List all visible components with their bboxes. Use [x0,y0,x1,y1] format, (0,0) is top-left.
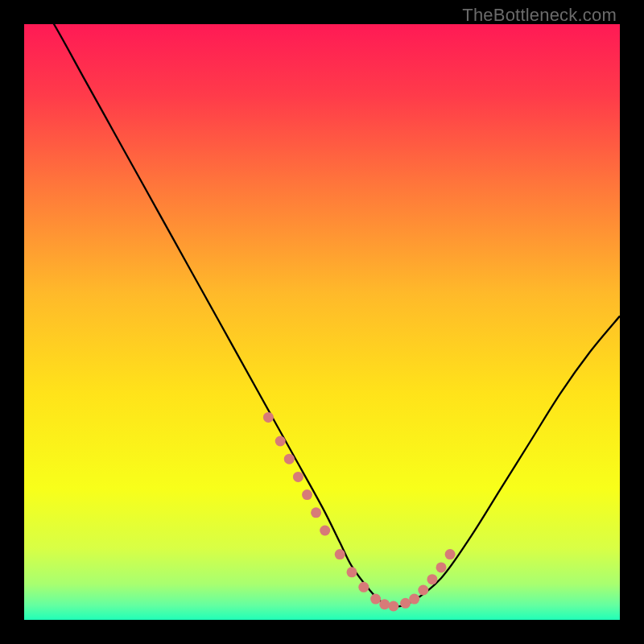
marker-dot [400,598,411,609]
bottleneck-curve [24,24,620,607]
marker-dot [388,601,398,611]
marker-dot [409,594,419,605]
marker-dot [427,574,437,584]
marker-dot [302,489,312,500]
marker-dot [311,507,321,518]
marker-dot [358,582,369,592]
marker-dot [379,599,390,609]
highlight-dots [263,412,456,612]
curve-layer [24,24,620,620]
marker-dot [263,412,274,423]
marker-dot [335,549,345,559]
marker-dot [275,436,286,447]
marker-dot [370,594,381,605]
watermark-text: TheBottleneck.com [462,5,617,26]
marker-dot [418,585,428,596]
marker-dot [293,472,303,482]
marker-dot [320,526,330,536]
marker-dot [284,454,295,464]
marker-dot [347,567,357,577]
marker-dot [445,549,456,559]
chart-stage: TheBottleneck.com [0,0,644,644]
plot-area [24,24,620,620]
marker-dot [436,562,447,572]
